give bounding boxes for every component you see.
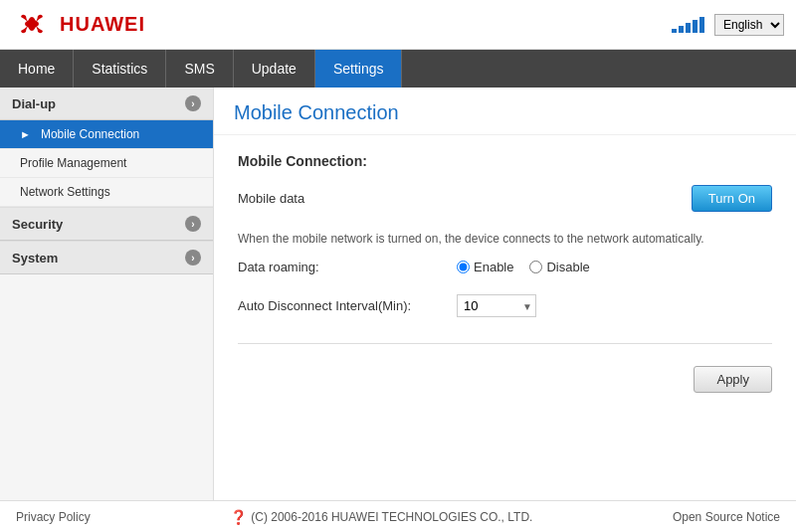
content-header: Mobile Connection (214, 88, 796, 135)
sidebar-section-dialup-label: Dial-up (12, 96, 56, 111)
sidebar-item-profile-label: Profile Management (20, 156, 126, 170)
svg-point-1 (25, 20, 39, 28)
sidebar-item-mobile-connection-label: Mobile Connection (41, 127, 139, 141)
apply-row: Apply (238, 362, 772, 397)
sidebar-section-security[interactable]: Security › (0, 207, 213, 241)
active-arrow-icon: ► (20, 128, 31, 140)
auto-disconnect-control: 10 15 20 30 60 Never ▼ (457, 294, 772, 317)
data-roaming-control: Enable Disable (457, 260, 772, 274)
top-bar: HUAWEI English 中文 (0, 0, 796, 50)
disable-label: Disable (546, 260, 589, 274)
security-arrow-icon: › (185, 216, 201, 232)
sidebar-section-dialup[interactable]: Dial-up › (0, 88, 213, 120)
footer-center: ❓ (C) 2006-2016 HUAWEI TECHNOLOGIES CO.,… (230, 509, 532, 525)
auto-disconnect-label: Auto Disconnect Interval(Min): (238, 298, 457, 313)
mobile-data-label: Mobile data (238, 191, 457, 206)
dialup-arrow-icon: › (185, 95, 201, 111)
language-select[interactable]: English 中文 (714, 14, 784, 36)
nav-update[interactable]: Update (234, 50, 315, 88)
enable-radio[interactable] (457, 261, 470, 273)
system-arrow-icon: › (185, 250, 201, 266)
disable-radio[interactable] (529, 261, 542, 273)
logo-text: HUAWEI (60, 13, 145, 36)
nav-statistics[interactable]: Statistics (74, 50, 166, 88)
signal-bar-5 (699, 17, 704, 33)
disable-radio-label[interactable]: Disable (529, 260, 589, 274)
apply-button[interactable]: Apply (694, 366, 772, 393)
signal-bar-4 (693, 20, 697, 33)
mobile-data-info: When the mobile network is turned on, th… (238, 232, 772, 246)
sidebar-section-security-label: Security (12, 217, 63, 232)
main-layout: Dial-up › ► Mobile Connection Profile Ma… (0, 88, 796, 500)
top-right: English 中文 (672, 14, 784, 36)
enable-radio-label[interactable]: Enable (457, 260, 513, 274)
sidebar-section-system-label: System (12, 251, 58, 266)
footer: Privacy Policy ❓ (C) 2006-2016 HUAWEI TE… (0, 500, 796, 532)
sidebar-section-system[interactable]: System › (0, 241, 213, 274)
signal-bar-1 (672, 29, 677, 33)
footer-copyright: (C) 2006-2016 HUAWEI TECHNOLOGIES CO., L… (251, 510, 532, 524)
enable-label: Enable (474, 260, 513, 274)
auto-disconnect-select-wrapper: 10 15 20 30 60 Never ▼ (457, 294, 536, 317)
signal-bar-3 (686, 23, 691, 33)
nav-sms[interactable]: SMS (166, 50, 233, 88)
sidebar-item-network-label: Network Settings (20, 185, 110, 199)
turn-on-button[interactable]: Turn On (692, 185, 772, 212)
data-roaming-row: Data roaming: Enable Disable (238, 260, 772, 282)
auto-disconnect-row: Auto Disconnect Interval(Min): 10 15 20 … (238, 294, 772, 325)
sidebar-item-network-settings[interactable]: Network Settings (0, 178, 213, 207)
signal-bars (672, 17, 704, 33)
nav-settings[interactable]: Settings (315, 50, 403, 88)
sidebar-item-mobile-connection[interactable]: ► Mobile Connection (0, 120, 213, 149)
divider (238, 343, 772, 344)
open-source-notice-link[interactable]: Open Source Notice (673, 510, 780, 524)
signal-bar-2 (679, 26, 684, 33)
roaming-radio-group: Enable Disable (457, 260, 590, 274)
huawei-logo-icon (12, 7, 52, 42)
privacy-policy-link[interactable]: Privacy Policy (16, 510, 91, 524)
section-title: Mobile Connection: (238, 153, 772, 169)
content-area: Mobile Connection Mobile Connection: Mob… (214, 88, 796, 500)
sidebar: Dial-up › ► Mobile Connection Profile Ma… (0, 88, 214, 500)
page-title: Mobile Connection (234, 101, 776, 124)
nav-bar: Home Statistics SMS Update Settings (0, 50, 796, 88)
sidebar-item-profile-management[interactable]: Profile Management (0, 149, 213, 178)
data-roaming-label: Data roaming: (238, 260, 457, 274)
content-body: Mobile Connection: Mobile data Turn On W… (214, 135, 796, 415)
mobile-data-row: Mobile data Turn On (238, 185, 772, 220)
mobile-data-control: Turn On (457, 185, 772, 212)
auto-disconnect-select[interactable]: 10 15 20 30 60 Never (457, 294, 536, 317)
logo-area: HUAWEI (12, 7, 145, 42)
footer-huawei-icon: ❓ (230, 509, 247, 525)
nav-home[interactable]: Home (0, 50, 74, 88)
